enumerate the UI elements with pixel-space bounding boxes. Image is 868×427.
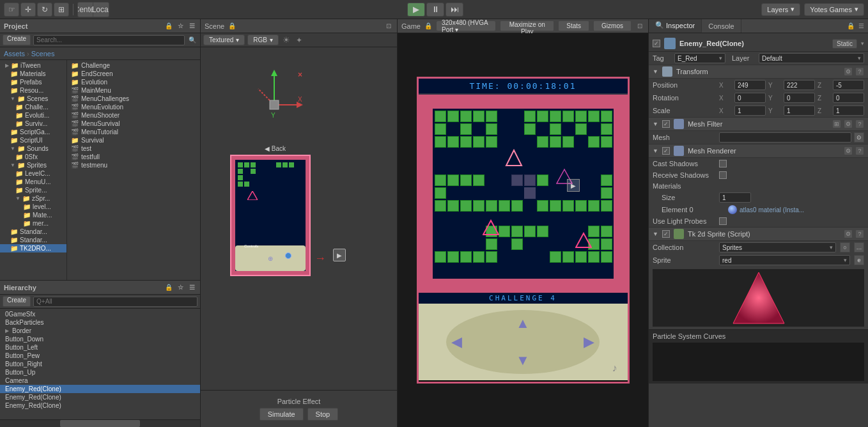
file-testfull[interactable]: 🎬 testfull	[67, 153, 200, 161]
hier-item-backparticles[interactable]: BackParticles	[0, 318, 200, 327]
tree-item-tk2dro[interactable]: 📁 TK2DRO...	[0, 244, 66, 252]
sprite-edit-btn[interactable]: e	[854, 255, 864, 265]
rot-x-field[interactable]: 0	[734, 93, 766, 103]
cast-shadows-checkbox[interactable]	[719, 160, 727, 167]
move-tool-btn[interactable]: ✛	[20, 3, 36, 17]
tree-item-sprites[interactable]: ▼ 📁 Sprites	[0, 161, 66, 169]
tree-item-standard1[interactable]: 📁 Standar...	[0, 228, 66, 236]
rot-y-field[interactable]: 0	[784, 93, 815, 103]
rot-z-field[interactable]: 0	[833, 93, 864, 103]
tree-item-scriptga[interactable]: 📁 ScriptGa...	[0, 128, 66, 136]
tree-item-mer[interactable]: 📁 mer...	[0, 219, 66, 228]
tree-item-challenge[interactable]: 📁 Challe...	[0, 103, 66, 111]
step-btn[interactable]: ⏭	[446, 3, 463, 17]
scene-maximize-icon[interactable]: ⊡	[384, 22, 393, 31]
tree-item-mate[interactable]: 📁 Mate...	[0, 211, 66, 219]
hier-item-enemy-red-1[interactable]: Enemy_Red(Clone)	[0, 385, 200, 393]
texture-mode-dropdown[interactable]: Textured ▾	[203, 35, 245, 45]
settings-icon[interactable]: ☰	[187, 22, 196, 31]
hier-item-button-right[interactable]: Button_Right	[0, 360, 200, 368]
hier-search-input[interactable]	[33, 297, 198, 307]
hier-item-button-left[interactable]: Button_Left	[0, 343, 200, 352]
file-menuevolution[interactable]: 🎬 MenuEvolution	[67, 103, 200, 111]
pos-z-field[interactable]: -5	[833, 80, 864, 90]
file-menututorial[interactable]: 🎬 MenuTutorial	[67, 128, 200, 136]
hier-item-border[interactable]: ▶Border	[0, 327, 200, 335]
hier-settings-icon[interactable]: ☰	[187, 283, 196, 292]
account-dropdown[interactable]: Yotes Games ▾	[804, 3, 864, 16]
insp-lock-icon[interactable]: 🔒	[846, 22, 855, 31]
file-endscreen[interactable]: 📁 EndScreen	[67, 70, 200, 78]
hier-item-button-down[interactable]: Button_Down	[0, 335, 200, 343]
light-probes-checkbox[interactable]	[719, 217, 727, 225]
object-enabled-checkbox[interactable]	[653, 40, 660, 47]
tree-item-resources[interactable]: 📁 Resou...	[0, 86, 66, 95]
tksprite-help-btn[interactable]: ?	[855, 229, 864, 238]
stop-btn[interactable]: Stop	[307, 408, 339, 421]
play-btn[interactable]: ▶	[407, 3, 425, 17]
scale-tool-btn[interactable]: ⊞	[54, 3, 69, 17]
layer-field[interactable]: Default ▾	[759, 53, 864, 63]
receive-shadows-checkbox[interactable]	[719, 171, 727, 179]
tree-item-0sfx[interactable]: 📁 0Sfx	[0, 153, 66, 161]
create-btn[interactable]: Create	[3, 35, 31, 45]
element0-value[interactable]: atlas0 material (Insta...	[740, 206, 804, 214]
file-menuchallenges[interactable]: 🎬 MenuChallenges	[67, 95, 200, 103]
stats-btn[interactable]: Stats	[558, 20, 589, 31]
hier-item-button-pew[interactable]: Button_Pew	[0, 352, 200, 360]
meshrenderer-settings-btn[interactable]: ⚙	[844, 146, 853, 155]
tree-item-menuu[interactable]: 📁 MenuU...	[0, 178, 66, 186]
meshrenderer-section[interactable]: ▼ Mesh Renderer ⚙ ?	[649, 144, 868, 158]
collection-more-btn[interactable]: …	[854, 242, 864, 252]
effects-icon[interactable]: ✦	[294, 35, 304, 45]
sun-icon[interactable]: ☀	[281, 35, 291, 45]
inspector-tab[interactable]: 🔍 Inspector	[649, 19, 702, 33]
meshfilter-checkbox[interactable]	[662, 120, 670, 128]
hier-create-btn[interactable]: Create	[3, 296, 31, 307]
mesh-field[interactable]	[719, 132, 851, 143]
scale-z-field[interactable]: 1	[833, 105, 864, 116]
pause-btn[interactable]: ⏸	[426, 3, 444, 17]
transform-help-btn[interactable]: ?	[855, 67, 864, 76]
simulate-btn[interactable]: Simulate	[260, 408, 304, 421]
file-menusurvival[interactable]: 🎬 MenuSurvival	[67, 120, 200, 128]
gizmos-btn[interactable]: Gizmos	[593, 20, 632, 31]
file-challenge[interactable]: 📁 Challenge	[67, 61, 200, 70]
file-survival[interactable]: 📁 Survival	[67, 136, 200, 144]
scale-y-field[interactable]: 1	[784, 105, 815, 116]
tksprite-section[interactable]: ▼ Tk 2d Sprite (Script) ⚙ ?	[649, 227, 868, 241]
mesh-pick-btn[interactable]: ⊙	[854, 132, 864, 143]
tree-item-itween[interactable]: ▶ 📁 iTween	[0, 61, 66, 70]
search-icon[interactable]: 🔍	[187, 35, 198, 45]
tksprite-checkbox[interactable]	[662, 230, 670, 238]
center-btn[interactable]: Center	[78, 3, 93, 17]
local-btn[interactable]: Local	[93, 3, 109, 17]
static-btn[interactable]: Static	[832, 39, 857, 49]
hierarchy-scrollbar[interactable]	[0, 419, 200, 427]
color-mode-dropdown[interactable]: RGB ▾	[247, 35, 279, 45]
file-test[interactable]: 🎬 test	[67, 144, 200, 153]
meshrenderer-help-btn[interactable]: ?	[855, 146, 864, 155]
tksprite-settings-btn[interactable]: ⚙	[844, 229, 853, 238]
tree-item-sounds[interactable]: ▼ 📁 Particle System Curves Sounds	[0, 144, 66, 153]
tree-item-scenes[interactable]: ▼ 📁 Scenes	[0, 95, 66, 103]
hand-tool-btn[interactable]: ☞	[4, 3, 19, 17]
tree-item-evolution[interactable]: 📁 Evoluti...	[0, 111, 66, 120]
scenes-link[interactable]: Scenes	[31, 50, 55, 58]
meshfilter-help-btn[interactable]: ?	[855, 120, 864, 128]
meshfilter-settings-btn[interactable]: ⚙	[844, 120, 853, 128]
layers-dropdown[interactable]: Layers ▾	[761, 3, 800, 16]
size-field[interactable]: 1	[719, 192, 751, 203]
tree-item-prefabs[interactable]: 📁 Prefabs	[0, 78, 66, 86]
file-mainmenu[interactable]: 🎬 MainMenu	[67, 86, 200, 95]
hier-item-camera[interactable]: Camera	[0, 377, 200, 385]
hier-item-enemy-red-2[interactable]: Enemy_Red(Clone)	[0, 393, 200, 401]
hier-bookmark-icon[interactable]: ☆	[176, 283, 185, 292]
hier-lock-icon[interactable]: 🔒	[164, 283, 173, 292]
scene-viewport[interactable]: Y X × ◀ Back	[201, 47, 397, 390]
collection-field[interactable]: Sprites ▾	[719, 242, 836, 252]
tree-item-scriptui[interactable]: 📁 ScriptUI	[0, 136, 66, 144]
meshfilter-grid-btn[interactable]: ⊞	[832, 120, 841, 128]
console-tab[interactable]: Console	[702, 19, 741, 33]
tree-item-zspr[interactable]: ▼ 📁 zSpr...	[0, 194, 66, 203]
